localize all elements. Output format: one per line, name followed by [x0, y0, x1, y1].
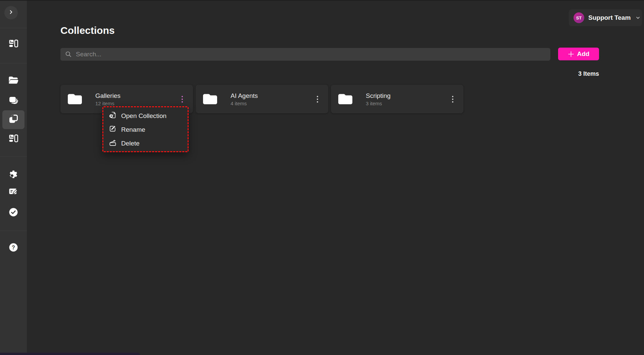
sidebar-divider: [0, 28, 27, 28]
kebab-menu-icon[interactable]: [313, 92, 322, 107]
search-input[interactable]: [60, 48, 550, 61]
sidebar: ?: [0, 0, 27, 355]
menu-item-label: Rename: [121, 126, 145, 133]
sidebar-item-collections[interactable]: [2, 110, 24, 129]
card-title: AI Agents: [231, 92, 258, 100]
message-edit-icon: [9, 187, 18, 197]
avatar: ST: [574, 12, 584, 23]
media-dashboard-icon: [9, 39, 18, 50]
delete-icon: [109, 138, 117, 148]
collection-card-scripting[interactable]: Scripting 3 items: [331, 85, 463, 113]
folder-icon: [338, 93, 353, 106]
search-bar: [60, 48, 550, 61]
menu-item-rename[interactable]: Rename: [103, 123, 188, 136]
folder-open-icon: [8, 75, 19, 86]
settings-gear-icon: [9, 170, 18, 180]
menu-item-open-collection[interactable]: Open Collection: [103, 109, 188, 123]
sidebar-divider: [0, 63, 27, 63]
collections-icon: [8, 114, 18, 125]
card-title: Galleries: [95, 92, 120, 100]
check-circle-icon: [9, 208, 18, 218]
kebab-menu-icon[interactable]: [178, 92, 187, 107]
bottom-taskbar-strip: [0, 353, 140, 355]
stack-icon: [9, 96, 18, 107]
chevron-right-icon: [8, 9, 14, 16]
card-item-count: 12 items: [95, 101, 120, 106]
sidebar-item-media-dashboard[interactable]: [2, 35, 24, 54]
add-button-label: Add: [577, 50, 590, 58]
card-title: Scripting: [366, 92, 391, 100]
sidebar-item-media-library[interactable]: [2, 130, 24, 149]
sidebar-expand-button[interactable]: [4, 6, 18, 19]
sidebar-item-feedback[interactable]: [2, 183, 24, 201]
card-item-count: 3 items: [366, 101, 391, 106]
open-collection-icon: [109, 111, 117, 121]
help-icon: ?: [9, 243, 18, 253]
sidebar-item-tasks[interactable]: [2, 203, 24, 222]
window-top-edge: [0, 0, 644, 1]
folder-icon: [67, 93, 83, 106]
folder-icon: [202, 93, 218, 106]
menu-item-label: Delete: [121, 140, 140, 147]
collection-card-ai-agents[interactable]: AI Agents 4 items: [196, 85, 328, 113]
sidebar-item-decks[interactable]: [2, 92, 24, 111]
items-count: 3 Items: [578, 70, 599, 77]
rename-icon: [109, 125, 117, 134]
sidebar-divider: [0, 231, 27, 231]
add-button[interactable]: Add: [558, 48, 599, 60]
menu-item-delete[interactable]: Delete: [103, 136, 188, 150]
context-menu: Open Collection Rename Delete: [102, 106, 189, 152]
sidebar-item-settings[interactable]: [2, 166, 24, 184]
chevron-down-icon: [635, 15, 641, 20]
svg-text:?: ?: [12, 245, 15, 250]
page-title: Collections: [60, 25, 115, 36]
card-item-count: 4 items: [231, 101, 258, 106]
menu-item-label: Open Collection: [121, 112, 166, 120]
sidebar-divider: [0, 157, 27, 157]
sidebar-item-help[interactable]: ?: [2, 239, 24, 257]
plus-icon: [568, 51, 574, 57]
user-name: Support Team: [588, 14, 631, 21]
media-dashboard-icon: [9, 134, 18, 144]
sidebar-item-folders[interactable]: [2, 71, 24, 90]
kebab-menu-icon[interactable]: [448, 92, 457, 107]
user-menu-button[interactable]: ST Support Team: [569, 9, 642, 26]
